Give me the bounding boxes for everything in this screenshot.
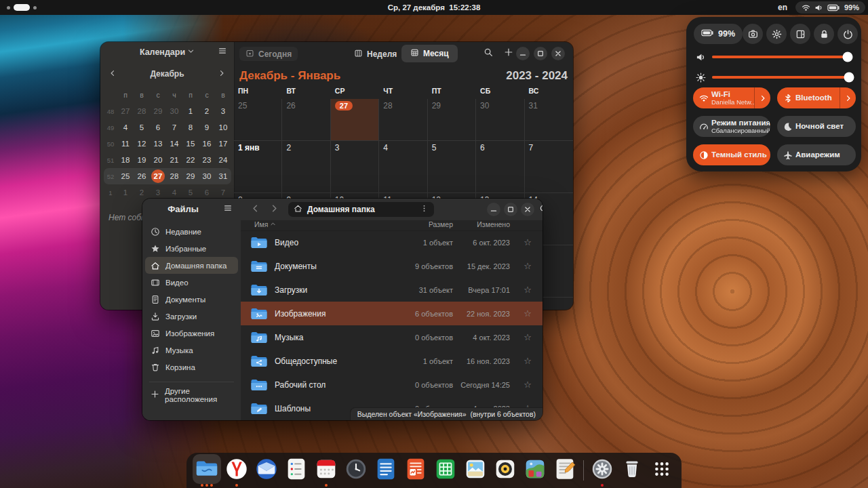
mini-day[interactable]: 3: [150, 188, 166, 197]
screenshot-button[interactable]: [743, 24, 763, 44]
lock-button[interactable]: [814, 24, 834, 44]
mini-day[interactable]: 1: [182, 107, 199, 115]
sidebar-item-picture[interactable]: Изображения: [145, 325, 238, 342]
star-toggle-icon[interactable]: ☆: [518, 325, 537, 349]
app-grid-icon[interactable]: [647, 453, 677, 487]
column-name[interactable]: Имя: [254, 220, 276, 228]
keyboard-layout-indicator[interactable]: en: [778, 3, 787, 12]
toggle-bluetooth[interactable]: Bluetooth: [777, 87, 856, 108]
settings-dock-icon[interactable]: [587, 453, 617, 487]
slider-track[interactable]: [712, 76, 852, 79]
mini-day[interactable]: 5: [182, 188, 199, 197]
next-month-button[interactable]: [218, 69, 226, 79]
mini-day[interactable]: 19: [134, 156, 150, 164]
mini-day[interactable]: 27: [150, 172, 166, 180]
mini-day[interactable]: 30: [166, 107, 182, 115]
tasks-icon[interactable]: [281, 453, 311, 487]
mini-day[interactable]: 20: [150, 156, 166, 164]
mini-day[interactable]: 6: [150, 123, 166, 131]
calendar-dock-icon[interactable]: [311, 453, 341, 487]
file-row[interactable]: Изображения6 объектов22 ноя. 2023☆: [241, 302, 542, 325]
calendar-day-cell[interactable]: 26: [282, 99, 330, 140]
chevron-right-icon[interactable]: [754, 87, 770, 108]
minimize-button[interactable]: [516, 47, 530, 60]
mini-day[interactable]: 31: [215, 172, 231, 180]
file-row[interactable]: Рабочий стол0 объектовСегодня 14:25☆: [241, 373, 542, 396]
mini-day[interactable]: 24: [215, 156, 231, 164]
calendar-day-cell[interactable]: 30: [476, 99, 524, 140]
star-toggle-icon[interactable]: ☆: [518, 302, 537, 325]
thunderbird-icon[interactable]: [252, 453, 281, 487]
hamburger-menu-icon[interactable]: [223, 203, 233, 216]
search-icon[interactable]: [484, 47, 493, 60]
mini-day[interactable]: 12: [134, 140, 150, 148]
calendar-day-cell[interactable]: 5: [428, 141, 476, 192]
image-viewer-icon[interactable]: [460, 453, 490, 487]
mini-day[interactable]: 28: [134, 107, 150, 115]
close-button[interactable]: [551, 47, 565, 60]
sidebar-item-video[interactable]: Видео: [145, 274, 238, 291]
wps-icon[interactable]: [401, 453, 431, 487]
maximize-button[interactable]: [534, 47, 547, 60]
star-toggle-icon[interactable]: ☆: [518, 278, 537, 302]
mini-day[interactable]: 26: [134, 172, 150, 180]
mini-day[interactable]: 30: [199, 172, 215, 180]
sidebar-item-recent[interactable]: Недавние: [145, 223, 238, 240]
mini-day[interactable]: 1: [117, 188, 134, 197]
star-toggle-icon[interactable]: ☆: [518, 230, 537, 254]
mini-day[interactable]: 22: [182, 156, 199, 164]
calendars-dropdown[interactable]: Календари: [100, 47, 234, 57]
file-row[interactable]: Документы9 объектов15 дек. 2023☆: [241, 254, 542, 278]
mini-day[interactable]: 4: [166, 188, 182, 197]
file-row[interactable]: Общедоступные1 объект16 ноя. 2023☆: [241, 349, 542, 373]
spreadsheet-icon[interactable]: [431, 453, 460, 487]
star-toggle-icon[interactable]: ☆: [518, 373, 537, 396]
mini-day[interactable]: 21: [166, 156, 182, 164]
mini-day[interactable]: 6: [199, 188, 215, 197]
mini-day[interactable]: 4: [117, 123, 134, 131]
prev-month-button[interactable]: [108, 69, 117, 79]
trash-dock-icon[interactable]: [617, 453, 647, 487]
brightness-slider[interactable]: [696, 71, 852, 83]
mini-day[interactable]: 23: [199, 156, 215, 164]
sidebar-item-star[interactable]: Избранные: [145, 240, 238, 257]
mini-day[interactable]: 29: [182, 172, 199, 180]
hamburger-menu-icon[interactable]: [218, 46, 227, 58]
toggle-wifi[interactable]: Wi-FiDaniella Netw...: [693, 87, 770, 108]
chevron-right-icon[interactable]: [840, 87, 856, 108]
mini-day[interactable]: 8: [182, 123, 199, 131]
back-button[interactable]: [250, 203, 260, 216]
mini-day[interactable]: 29: [150, 107, 166, 115]
toggle-dark-style[interactable]: Темный стиль: [693, 144, 770, 165]
sidebar-item-download[interactable]: Загрузки: [145, 308, 238, 325]
game-icon[interactable]: [520, 453, 550, 487]
search-icon[interactable]: [539, 204, 542, 216]
settings-button[interactable]: [766, 24, 787, 44]
calendar-day-cell[interactable]: 29: [428, 99, 476, 140]
maximize-button[interactable]: [504, 203, 517, 216]
mini-day[interactable]: 25: [117, 172, 134, 180]
column-size[interactable]: Размер: [392, 220, 453, 228]
forward-button[interactable]: [269, 203, 279, 216]
text-editor-icon[interactable]: [550, 453, 580, 487]
mini-day[interactable]: 2: [134, 188, 150, 197]
mini-day[interactable]: 9: [199, 123, 215, 131]
mini-day[interactable]: 13: [150, 140, 166, 148]
sidebar-item-trash[interactable]: Корзина: [145, 359, 238, 375]
writer-icon[interactable]: [371, 453, 401, 487]
mini-day[interactable]: 10: [215, 123, 231, 131]
mini-day[interactable]: 14: [166, 140, 182, 148]
clock[interactable]: Ср, 27 декабря 15:22:38: [0, 0, 868, 15]
path-bar[interactable]: Домашняя папка: [288, 202, 434, 217]
file-row[interactable]: Загрузки31 объектВчера 17:01☆: [241, 278, 542, 302]
toggle-night-light[interactable]: Ночной свет: [777, 116, 856, 137]
slider-track[interactable]: [712, 56, 852, 58]
yandex-browser-icon[interactable]: [222, 453, 252, 487]
clocks-icon[interactable]: [341, 453, 371, 487]
calendar-day-cell[interactable]: 7: [525, 141, 573, 192]
toggle-power-mode[interactable]: Режим питанияСбалансированный: [693, 116, 770, 137]
file-row[interactable]: Видео1 объект6 окт. 2023☆: [241, 230, 542, 254]
new-event-icon[interactable]: [504, 47, 513, 60]
mini-day[interactable]: 15: [182, 140, 199, 148]
rhythmbox-icon[interactable]: [490, 453, 520, 487]
